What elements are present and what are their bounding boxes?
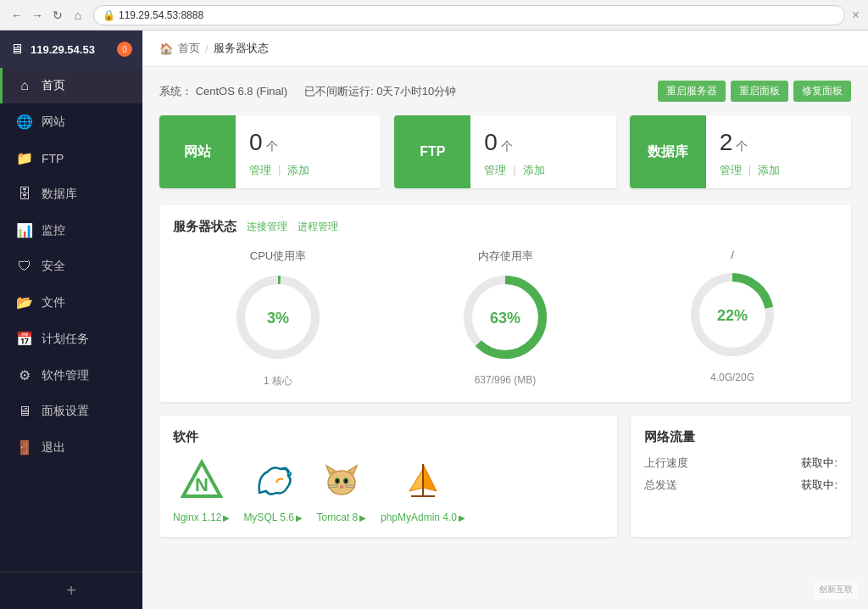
system-uptime-text: 已不间断运行: 0天7小时10分钟 <box>304 84 456 99</box>
software-icon: ⚙ <box>16 367 33 383</box>
sidebar-item-ftp[interactable]: 📁 FTP <box>0 140 142 176</box>
software-item-phpmyadmin[interactable]: phpMyAdmin 4.0 ▶ <box>381 455 465 523</box>
sidebar-item-home[interactable]: ⌂ 首页 <box>0 68 142 103</box>
manage-website-link[interactable]: 管理 <box>249 163 271 178</box>
mysql-arrow: ▶ <box>296 513 303 522</box>
memory-gauge: 内存使用率 63% 637/996 (MB) <box>400 249 610 388</box>
back-button[interactable]: ← <box>8 7 25 24</box>
repair-panel-button[interactable]: 修复面板 <box>793 81 851 102</box>
sidebar-item-monitor[interactable]: 📊 监控 <box>0 212 142 249</box>
total-send-row: 总发送 获取中: <box>644 478 837 493</box>
disk-gauge-sub: 4.0G/20G <box>627 372 837 383</box>
memory-gauge-wrap: 63% <box>459 271 552 367</box>
sidebar-item-panel[interactable]: 🖥 面板设置 <box>0 394 142 429</box>
server-status-header: 服务器状态 连接管理 进程管理 <box>173 219 837 235</box>
svg-point-17 <box>344 479 347 483</box>
browser-close-btn[interactable]: × <box>852 8 860 23</box>
sidebar-item-security[interactable]: 🛡 安全 <box>0 249 142 284</box>
add-button[interactable]: + <box>0 572 142 609</box>
tomcat-name: Tomcat 8 ▶ <box>317 511 367 523</box>
process-management-link[interactable]: 进程管理 <box>298 220 338 234</box>
manage-ftp-link[interactable]: 管理 <box>484 163 506 178</box>
software-item-nginx[interactable]: N Nginx 1.12 ▶ <box>173 455 230 523</box>
phpmyadmin-name: phpMyAdmin 4.0 ▶ <box>381 511 465 523</box>
add-database-link[interactable]: 添加 <box>758 163 780 178</box>
notification-badge: 0 <box>117 42 132 57</box>
url-text: 119.29.54.53:8888 <box>119 9 203 21</box>
address-bar[interactable]: 🔒 119.29.54.53:8888 <box>93 5 845 25</box>
stats-actions-database: 管理 | 添加 <box>720 163 837 178</box>
bottom-sections: 软件 N Nginx 1.12 <box>159 416 851 537</box>
svg-text:63%: 63% <box>490 310 520 327</box>
svg-point-16 <box>336 479 338 483</box>
nginx-icon-wrap: N <box>176 455 227 506</box>
cpu-gauge-sub: 1 核心 <box>173 374 383 388</box>
breadcrumb-sep: / <box>205 42 209 55</box>
schedule-icon: 📅 <box>16 331 33 347</box>
sidebar-label-website: 网站 <box>42 115 65 130</box>
sidebar-item-files[interactable]: 📂 文件 <box>0 284 142 321</box>
stats-actions-ftp: 管理 | 添加 <box>484 163 602 178</box>
software-section: 软件 N Nginx 1.12 <box>159 416 617 537</box>
phpmyadmin-arrow: ▶ <box>459 513 465 522</box>
stats-card-right-website: 0 个 管理 | 添加 <box>236 115 381 188</box>
database-icon: 🗄 <box>16 187 33 202</box>
nginx-name: Nginx 1.12 ▶ <box>173 511 230 523</box>
restart-panel-button[interactable]: 重启面板 <box>731 81 788 102</box>
tomcat-icon-wrap <box>316 455 367 506</box>
sidebar-item-schedule[interactable]: 📅 计划任务 <box>0 321 142 357</box>
refresh-button[interactable]: ↻ <box>49 7 66 24</box>
software-item-mysql[interactable]: MySQL 5.6 ▶ <box>243 455 303 523</box>
svg-point-11 <box>328 471 355 494</box>
server-status-title: 服务器状态 <box>173 219 236 235</box>
content-area: 系统： CentOS 6.8 (Final) 已不间断运行: 0天7小时10分钟… <box>142 67 868 550</box>
home-button[interactable]: ⌂ <box>70 7 86 24</box>
sidebar-label-software: 软件管理 <box>42 368 89 383</box>
sidebar-label-panel: 面板设置 <box>42 404 89 419</box>
stats-card-right-database: 2 个 管理 | 添加 <box>706 115 851 188</box>
watermark: 创新互联 <box>814 580 858 599</box>
sidebar-label-logout: 退出 <box>42 440 65 455</box>
stats-card-database: 数据库 2 个 管理 | 添加 <box>630 115 851 188</box>
cpu-gauge-label: CPU使用率 <box>173 249 383 264</box>
add-website-link[interactable]: 添加 <box>287 163 309 178</box>
manage-database-link[interactable]: 管理 <box>720 163 742 178</box>
stats-card-label-website: 网站 <box>159 115 236 188</box>
monitor-icon: 🖥 <box>10 42 24 57</box>
forward-button[interactable]: → <box>29 7 46 24</box>
stats-card-ftp: FTP 0 个 管理 | 添加 <box>394 115 615 188</box>
mysql-icon-wrap <box>248 455 298 506</box>
panel-icon: 🖥 <box>16 404 33 419</box>
divider2: | <box>513 163 515 178</box>
main-content: 🏠 首页 / 服务器状态 系统： CentOS 6.8 (Final) 已不间断… <box>142 31 868 609</box>
gauges-container: CPU使用率 3% 1 核心 内存使用率 <box>173 249 837 388</box>
sidebar-item-website[interactable]: 🌐 网站 <box>0 103 142 140</box>
disk-gauge-wrap: 22% <box>686 268 779 365</box>
upload-speed-value: 获取中: <box>801 455 837 471</box>
logout-icon: 🚪 <box>16 439 33 455</box>
connection-management-link[interactable]: 连接管理 <box>247 220 287 234</box>
add-ftp-link[interactable]: 添加 <box>523 163 545 178</box>
memory-gauge-sub: 637/996 (MB) <box>400 374 610 386</box>
sidebar-item-software[interactable]: ⚙ 软件管理 <box>0 357 142 394</box>
svg-text:3%: 3% <box>267 310 289 327</box>
files-icon: 📂 <box>16 294 33 310</box>
sidebar-label-security: 安全 <box>42 259 65 274</box>
breadcrumb: 🏠 首页 / 服务器状态 <box>142 31 868 67</box>
sidebar-header: 🖥 119.29.54.53 0 <box>0 31 142 68</box>
svg-marker-24 <box>409 469 423 491</box>
software-item-tomcat[interactable]: Tomcat 8 ▶ <box>316 455 367 523</box>
stats-card-right-ftp: 0 个 管理 | 添加 <box>470 115 615 188</box>
network-title: 网络流量 <box>644 429 837 445</box>
sidebar-item-database[interactable]: 🗄 数据库 <box>0 176 142 212</box>
stats-count-database: 2 个 <box>720 129 837 156</box>
stats-count-ftp: 0 个 <box>484 129 602 156</box>
phpmyadmin-icon-wrap <box>398 455 448 506</box>
divider3: | <box>748 163 751 178</box>
total-send-value: 获取中: <box>801 478 837 493</box>
restart-server-button[interactable]: 重启服务器 <box>658 81 726 102</box>
ftp-icon: 📁 <box>16 150 33 166</box>
memory-gauge-label: 内存使用率 <box>400 249 610 264</box>
sidebar-item-logout[interactable]: 🚪 退出 <box>0 429 142 466</box>
stats-card-website: 网站 0 个 管理 | 添加 <box>159 115 381 188</box>
